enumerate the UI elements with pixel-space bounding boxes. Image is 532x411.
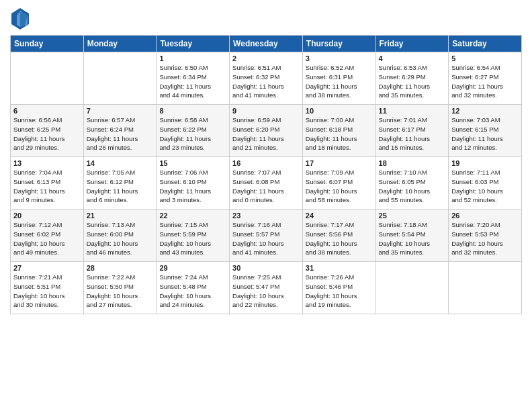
day-info: Sunrise: 6:51 AM Sunset: 6:32 PM Dayligh… (232, 63, 300, 100)
day-info: Sunrise: 7:18 AM Sunset: 5:54 PM Dayligh… (379, 220, 446, 257)
day-info: Sunrise: 7:09 AM Sunset: 6:07 PM Dayligh… (306, 168, 373, 205)
day-info: Sunrise: 7:16 AM Sunset: 5:57 PM Dayligh… (232, 220, 300, 257)
day-info: Sunrise: 7:22 AM Sunset: 5:50 PM Dayligh… (87, 273, 154, 310)
calendar-cell: 28Sunrise: 7:22 AM Sunset: 5:50 PM Dayli… (83, 262, 157, 314)
calendar-cell (83, 52, 157, 105)
calendar-week-row: 27Sunrise: 7:21 AM Sunset: 5:51 PM Dayli… (11, 262, 522, 314)
calendar-cell: 9Sunrise: 6:59 AM Sunset: 6:20 PM Daylig… (230, 105, 303, 157)
day-info: Sunrise: 7:01 AM Sunset: 6:17 PM Dayligh… (379, 116, 446, 152)
calendar-cell: 4Sunrise: 6:53 AM Sunset: 6:29 PM Daylig… (375, 52, 449, 105)
calendar-cell: 5Sunrise: 6:54 AM Sunset: 6:27 PM Daylig… (449, 52, 522, 105)
calendar-cell: 16Sunrise: 7:07 AM Sunset: 6:08 PM Dayli… (230, 157, 303, 210)
day-info: Sunrise: 7:25 AM Sunset: 5:47 PM Dayligh… (232, 273, 300, 310)
day-info: Sunrise: 7:04 AM Sunset: 6:13 PM Dayligh… (13, 168, 81, 205)
day-number: 17 (306, 159, 373, 167)
day-number: 25 (379, 212, 446, 220)
calendar-cell: 26Sunrise: 7:20 AM Sunset: 5:53 PM Dayli… (449, 210, 522, 262)
day-number: 6 (13, 107, 81, 115)
calendar-cell: 6Sunrise: 6:56 AM Sunset: 6:25 PM Daylig… (11, 105, 84, 157)
day-info: Sunrise: 6:56 AM Sunset: 6:25 PM Dayligh… (13, 116, 81, 152)
calendar-cell: 23Sunrise: 7:16 AM Sunset: 5:57 PM Dayli… (230, 210, 303, 262)
weekday-header: Sunday (11, 36, 84, 52)
day-number: 26 (451, 212, 519, 220)
day-info: Sunrise: 6:50 AM Sunset: 6:34 PM Dayligh… (159, 63, 226, 100)
day-number: 19 (451, 159, 519, 167)
day-info: Sunrise: 7:00 AM Sunset: 6:18 PM Dayligh… (306, 116, 373, 152)
day-info: Sunrise: 7:07 AM Sunset: 6:08 PM Dayligh… (232, 168, 300, 205)
day-number: 22 (159, 212, 226, 220)
weekday-header: Wednesday (230, 36, 303, 52)
logo-icon (10, 7, 30, 31)
day-info: Sunrise: 7:21 AM Sunset: 5:51 PM Dayligh… (13, 273, 81, 310)
day-info: Sunrise: 7:11 AM Sunset: 6:03 PM Dayligh… (451, 168, 519, 205)
calendar-cell: 25Sunrise: 7:18 AM Sunset: 5:54 PM Dayli… (375, 210, 449, 262)
day-number: 12 (451, 107, 519, 115)
day-number: 5 (451, 54, 519, 62)
day-number: 8 (159, 107, 226, 115)
day-info: Sunrise: 7:10 AM Sunset: 6:05 PM Dayligh… (379, 168, 446, 205)
day-number: 31 (306, 264, 373, 272)
day-info: Sunrise: 6:54 AM Sunset: 6:27 PM Dayligh… (451, 63, 519, 100)
day-number: 21 (87, 212, 154, 220)
calendar-cell: 14Sunrise: 7:05 AM Sunset: 6:12 PM Dayli… (83, 157, 157, 210)
day-info: Sunrise: 7:15 AM Sunset: 5:59 PM Dayligh… (159, 220, 226, 257)
calendar-cell: 2Sunrise: 6:51 AM Sunset: 6:32 PM Daylig… (230, 52, 303, 105)
calendar-cell: 30Sunrise: 7:25 AM Sunset: 5:47 PM Dayli… (230, 262, 303, 314)
calendar-week-row: 1Sunrise: 6:50 AM Sunset: 6:34 PM Daylig… (11, 52, 522, 105)
day-number: 10 (306, 107, 373, 115)
day-info: Sunrise: 7:03 AM Sunset: 6:15 PM Dayligh… (451, 116, 519, 152)
day-number: 15 (159, 159, 226, 167)
calendar-cell: 20Sunrise: 7:12 AM Sunset: 6:02 PM Dayli… (11, 210, 84, 262)
calendar-week-row: 13Sunrise: 7:04 AM Sunset: 6:13 PM Dayli… (11, 157, 522, 210)
calendar-week-row: 20Sunrise: 7:12 AM Sunset: 6:02 PM Dayli… (11, 210, 522, 262)
calendar-cell: 15Sunrise: 7:06 AM Sunset: 6:10 PM Dayli… (157, 157, 230, 210)
calendar-cell: 18Sunrise: 7:10 AM Sunset: 6:05 PM Dayli… (375, 157, 449, 210)
logo (10, 7, 32, 31)
calendar-cell: 8Sunrise: 6:58 AM Sunset: 6:22 PM Daylig… (157, 105, 230, 157)
calendar-cell: 31Sunrise: 7:26 AM Sunset: 5:46 PM Dayli… (302, 262, 375, 314)
day-number: 14 (87, 159, 154, 167)
day-number: 7 (87, 107, 154, 115)
day-info: Sunrise: 6:57 AM Sunset: 6:24 PM Dayligh… (87, 116, 154, 152)
day-number: 29 (159, 264, 226, 272)
calendar-cell: 29Sunrise: 7:24 AM Sunset: 5:48 PM Dayli… (157, 262, 230, 314)
calendar-cell: 7Sunrise: 6:57 AM Sunset: 6:24 PM Daylig… (83, 105, 157, 157)
calendar-cell: 22Sunrise: 7:15 AM Sunset: 5:59 PM Dayli… (157, 210, 230, 262)
calendar-cell: 3Sunrise: 6:52 AM Sunset: 6:31 PM Daylig… (302, 52, 375, 105)
calendar-cell: 10Sunrise: 7:00 AM Sunset: 6:18 PM Dayli… (302, 105, 375, 157)
day-info: Sunrise: 6:52 AM Sunset: 6:31 PM Dayligh… (306, 63, 373, 100)
weekday-header: Saturday (449, 36, 522, 52)
day-info: Sunrise: 7:05 AM Sunset: 6:12 PM Dayligh… (87, 168, 154, 205)
day-number: 9 (232, 107, 300, 115)
day-number: 1 (159, 54, 226, 62)
day-number: 18 (379, 159, 446, 167)
weekday-header: Monday (83, 36, 157, 52)
day-number: 4 (379, 54, 446, 62)
calendar-cell: 1Sunrise: 6:50 AM Sunset: 6:34 PM Daylig… (157, 52, 230, 105)
calendar-cell: 19Sunrise: 7:11 AM Sunset: 6:03 PM Dayli… (449, 157, 522, 210)
day-info: Sunrise: 6:58 AM Sunset: 6:22 PM Dayligh… (159, 116, 226, 152)
page-container: SundayMondayTuesdayWednesdayThursdayFrid… (0, 0, 532, 321)
calendar-header-row: SundayMondayTuesdayWednesdayThursdayFrid… (11, 36, 522, 52)
day-info: Sunrise: 7:20 AM Sunset: 5:53 PM Dayligh… (451, 220, 519, 257)
calendar-cell: 17Sunrise: 7:09 AM Sunset: 6:07 PM Dayli… (302, 157, 375, 210)
day-number: 16 (232, 159, 300, 167)
calendar-cell: 11Sunrise: 7:01 AM Sunset: 6:17 PM Dayli… (375, 105, 449, 157)
day-info: Sunrise: 7:06 AM Sunset: 6:10 PM Dayligh… (159, 168, 226, 205)
calendar-cell (11, 52, 84, 105)
day-info: Sunrise: 7:12 AM Sunset: 6:02 PM Dayligh… (13, 220, 81, 257)
day-number: 28 (87, 264, 154, 272)
day-number: 2 (232, 54, 300, 62)
calendar-table: SundayMondayTuesdayWednesdayThursdayFrid… (10, 35, 522, 314)
day-info: Sunrise: 6:53 AM Sunset: 6:29 PM Dayligh… (379, 63, 446, 100)
day-info: Sunrise: 7:26 AM Sunset: 5:46 PM Dayligh… (306, 273, 373, 310)
day-number: 20 (13, 212, 81, 220)
day-number: 24 (306, 212, 373, 220)
calendar-cell: 27Sunrise: 7:21 AM Sunset: 5:51 PM Dayli… (11, 262, 84, 314)
calendar-cell (449, 262, 522, 314)
day-number: 13 (13, 159, 81, 167)
weekday-header: Tuesday (157, 36, 230, 52)
day-info: Sunrise: 7:17 AM Sunset: 5:56 PM Dayligh… (306, 220, 373, 257)
calendar-week-row: 6Sunrise: 6:56 AM Sunset: 6:25 PM Daylig… (11, 105, 522, 157)
calendar-cell: 21Sunrise: 7:13 AM Sunset: 6:00 PM Dayli… (83, 210, 157, 262)
